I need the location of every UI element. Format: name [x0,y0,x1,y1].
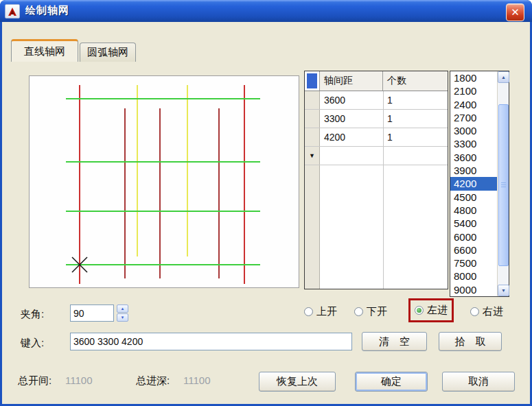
spacing-list-item[interactable]: 6000 [450,230,497,243]
restore-last-button[interactable]: 恢复上次 [259,372,336,392]
spacing-list-item[interactable]: 3600 [450,151,497,164]
radio-circle-icon[interactable] [354,307,363,316]
spacing-list-item[interactable]: 2100 [450,84,497,97]
tab-label: 直线轴网 [24,45,65,58]
draw-axis-grid-dialog: 绘制轴网 ✕ 直线轴网 圆弧轴网 轴间距 个数 360013300142001▼… [0,0,532,406]
spinner-up-icon: ▲ [121,307,125,311]
total-depth-label: 总进深: [136,374,170,387]
spacing-list-item[interactable]: 2700 [450,111,497,124]
spacing-list-item[interactable]: 3300 [450,137,497,150]
scrollbar-grip-icon [501,182,506,188]
restore-last-button-label: 恢复上次 [277,375,318,388]
scroll-up-icon: ▲ [501,75,506,80]
angle-input[interactable] [70,304,114,322]
radio-selected-option[interactable]: 左进 [408,298,454,322]
spacing-cell[interactable]: 3600 [320,91,383,109]
angle-spinner: ▲ ▼ [117,304,128,322]
spacing-list-item[interactable]: 3900 [450,164,497,177]
radio-option[interactable]: 右进 [470,304,503,319]
total-bay-label: 总开间: [18,374,51,387]
radio-circle-icon[interactable] [304,307,313,316]
direction-radio-row: 上开下开左进右进 [295,294,532,328]
spacing-cell[interactable] [320,147,383,165]
spacing-list-item[interactable]: 5400 [450,217,497,230]
ok-button[interactable]: 确定 [355,372,428,392]
app-logo-icon [5,4,20,19]
ok-button-label: 确定 [381,375,402,388]
spacing-cell[interactable]: 3300 [320,110,383,128]
tab-linear-axis-grid[interactable]: 直线轴网 [11,39,78,62]
column-header-spacing: 轴间距 [320,71,383,91]
cancel-button[interactable]: 取消 [442,372,515,392]
radio-dot-icon [417,308,421,313]
row-selector[interactable] [305,110,320,128]
close-icon: ✕ [511,6,520,19]
spacing-list-item[interactable]: 1800 [450,71,497,84]
corner-blue-square [307,73,317,88]
scroll-down-icon: ▼ [501,288,506,293]
pick-button[interactable]: 拾 取 [439,332,502,351]
spacing-list-item[interactable]: 8000 [450,270,497,283]
spacing-table: 轴间距 个数 360013300142001▼ [304,71,448,289]
tab-label: 圆弧轴网 [87,46,128,59]
title-bar[interactable]: 绘制轴网 ✕ [0,0,532,22]
row-selector[interactable] [305,128,320,146]
cancel-button-label: 取消 [468,375,489,388]
tab-arc-axis-grid[interactable]: 圆弧轴网 [80,43,136,62]
table-row: 33001 [305,110,448,128]
spacing-cell[interactable]: 4200 [320,128,383,146]
spacing-list-item[interactable]: 4500 [450,191,497,204]
spinner-up-button[interactable]: ▲ [117,304,128,313]
close-button[interactable]: ✕ [506,3,524,21]
column-header-count: 个数 [383,71,448,91]
spacing-listbox-items: 1800210024002700300033003600390042004500… [450,71,497,296]
listbox-scrollbar[interactable]: ▲ ▼ [497,71,509,296]
angle-label: 夹角: [21,308,44,321]
radio-label: 右进 [483,305,503,318]
spacing-listbox: 1800210024002700300033003600390042004500… [450,71,509,297]
window-title: 绘制轴网 [25,4,69,17]
scrollbar-thumb[interactable] [498,104,509,266]
table-corner-cell[interactable] [305,71,320,91]
table-row: 42001 [305,128,448,147]
spinner-down-button[interactable]: ▼ [117,313,128,322]
table-row: 36001 [305,91,448,110]
total-bay-value: 11100 [65,374,93,386]
table-header-row: 轴间距 个数 [305,71,448,91]
keyin-label: 键入: [21,337,44,350]
table-edit-row: ▼ [305,147,448,165]
scrollbar-up-button[interactable]: ▲ [498,71,509,83]
count-cell[interactable]: 1 [383,128,448,146]
keyin-input[interactable] [70,333,352,350]
total-depth-value: 11100 [183,374,211,386]
radio-circle-icon[interactable] [415,306,424,315]
pick-button-label: 拾 取 [455,335,486,348]
spacing-list-item[interactable]: 3000 [450,124,497,137]
spinner-down-icon: ▼ [121,315,125,320]
spacing-list-item[interactable]: 2400 [450,98,497,111]
row-selector[interactable] [305,91,320,109]
clear-button[interactable]: 清 空 [362,332,427,351]
spacing-list-item[interactable]: 4200 [450,177,497,190]
count-cell[interactable] [383,147,448,165]
spacing-list-item[interactable]: 7500 [450,256,497,270]
radio-label: 下开 [367,305,387,318]
radio-option[interactable]: 下开 [354,304,387,319]
row-dropdown-arrow-icon: ▼ [309,153,315,159]
axis-grid-preview-drawing [30,76,299,287]
clear-button-label: 清 空 [379,335,410,348]
count-cell[interactable]: 1 [383,110,448,128]
radio-label: 左进 [427,304,448,317]
radio-label: 上开 [316,305,337,318]
table-rows: 360013300142001▼ [305,91,448,165]
axis-grid-preview-canvas [29,75,299,288]
spacing-list-item[interactable]: 6600 [450,243,497,256]
radio-circle-icon[interactable] [470,307,479,316]
edit-row-selector[interactable]: ▼ [305,147,320,165]
count-cell[interactable]: 1 [383,91,448,109]
radio-option[interactable]: 上开 [304,304,337,319]
spacing-list-item[interactable]: 4800 [450,204,497,217]
